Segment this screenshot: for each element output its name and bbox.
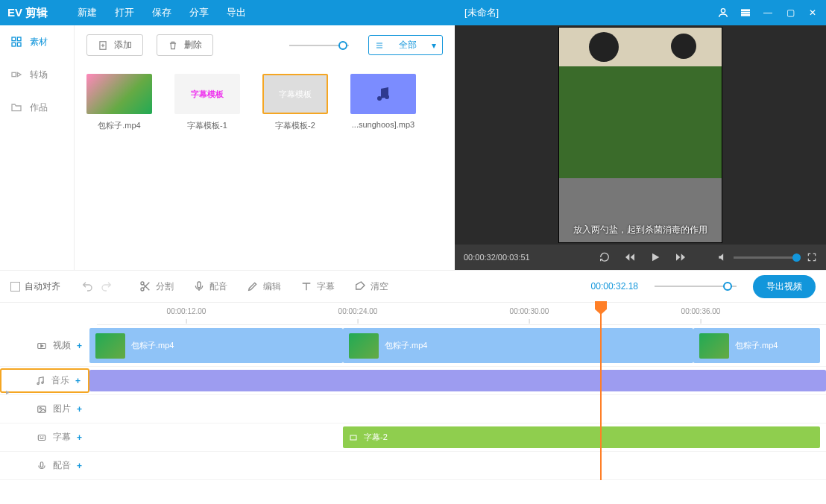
nav-assets[interactable]: 素材 bbox=[0, 25, 74, 58]
video-clip[interactable]: 包粽子.mp4 bbox=[343, 328, 693, 363]
svg-rect-20 bbox=[38, 435, 45, 440]
nav-transition[interactable]: 转场 bbox=[0, 58, 74, 91]
clear-tool[interactable]: 清空 bbox=[348, 280, 394, 293]
asset-item[interactable]: 字幕模板字幕模板-2 bbox=[262, 74, 328, 131]
preview-panel: 放入两勺盐，起到杀菌消毒的作用 00:00:32/00:03:51 bbox=[455, 25, 826, 270]
asset-label: 字幕模板-1 bbox=[174, 120, 240, 131]
filter-label: 全部 bbox=[399, 39, 417, 51]
video-clip[interactable]: 包粽子.mp4 bbox=[89, 328, 343, 363]
svg-rect-1 bbox=[742, 10, 750, 10]
track-label-music[interactable]: 音乐+ bbox=[0, 368, 89, 393]
main-menu: 新建 打开 保存 分享 导出 bbox=[78, 6, 246, 19]
add-video-track[interactable]: + bbox=[77, 341, 82, 351]
svg-rect-21 bbox=[350, 435, 356, 440]
dub-tool[interactable]: 配音 bbox=[187, 280, 233, 293]
track-label-dub: 配音+ bbox=[0, 459, 89, 472]
close-icon[interactable]: ✕ bbox=[807, 7, 819, 19]
zoom-slider[interactable] bbox=[655, 286, 737, 287]
delete-label: 删除 bbox=[184, 39, 202, 51]
nav-assets-label: 素材 bbox=[30, 36, 48, 48]
timeline-toolbar: 自动对齐 分割 配音 编辑 字幕 清空 00:00:32.18 导出视频 bbox=[0, 270, 826, 303]
svg-point-10 bbox=[377, 96, 382, 101]
play-icon[interactable] bbox=[649, 251, 661, 263]
forward-icon[interactable] bbox=[675, 251, 687, 263]
preview-stage[interactable]: 放入两勺盐，起到杀菌消毒的作用 bbox=[455, 25, 826, 245]
side-nav: 素材 转场 作品 bbox=[0, 25, 75, 270]
timecode-display: 00:00:32.18 bbox=[591, 281, 638, 292]
subtitle-clip[interactable]: 字幕-2 bbox=[343, 426, 820, 448]
asset-item[interactable]: 包粽子.mp4 bbox=[86, 74, 152, 131]
menu-open[interactable]: 打开 bbox=[115, 6, 134, 19]
preview-video: 放入两勺盐，起到杀菌消毒的作用 bbox=[558, 27, 722, 243]
preview-time: 00:00:32/00:03:51 bbox=[464, 253, 530, 262]
add-music-track[interactable]: + bbox=[75, 376, 81, 386]
nav-transition-label: 转场 bbox=[30, 69, 48, 81]
broom-icon bbox=[354, 280, 366, 292]
edit-tool[interactable]: 编辑 bbox=[241, 280, 287, 293]
add-icon bbox=[98, 40, 108, 51]
menu-new[interactable]: 新建 bbox=[78, 6, 97, 19]
list-icon bbox=[375, 41, 384, 50]
rewind-icon[interactable] bbox=[624, 251, 636, 263]
export-video-button[interactable]: 导出视频 bbox=[753, 275, 816, 298]
preview-controls: 00:00:32/00:03:51 bbox=[455, 245, 826, 270]
asset-thumbs: 包粽子.mp4 字幕模板字幕模板-1 字幕模板字幕模板-2 ...sunghoo… bbox=[86, 74, 443, 131]
asset-label: 字幕模板-2 bbox=[262, 120, 328, 131]
dub-track: 配音+ bbox=[0, 452, 826, 480]
mic-icon bbox=[37, 461, 47, 471]
playhead[interactable] bbox=[600, 303, 602, 480]
volume-control[interactable] bbox=[717, 252, 817, 262]
svg-point-17 bbox=[42, 382, 43, 383]
settings-icon[interactable] bbox=[740, 7, 751, 19]
timeline: 00:00:12.00 00:00:24.00 00:00:30.00 00:0… bbox=[0, 303, 826, 480]
music-clip[interactable] bbox=[89, 370, 826, 391]
subtitle-tool[interactable]: 字幕 bbox=[294, 280, 341, 293]
thumb-size-slider[interactable] bbox=[289, 45, 349, 46]
loop-icon[interactable] bbox=[599, 251, 611, 263]
delete-button[interactable]: 删除 bbox=[157, 34, 213, 56]
fullscreen-icon[interactable] bbox=[807, 252, 817, 262]
auto-align-checkbox[interactable]: 自动对齐 bbox=[10, 280, 60, 293]
minimize-icon[interactable]: — bbox=[762, 7, 774, 19]
add-dub-track[interactable]: + bbox=[77, 461, 82, 471]
track-label-image: 图片+ bbox=[0, 403, 89, 415]
svg-point-13 bbox=[141, 288, 144, 291]
volume-icon bbox=[717, 252, 728, 262]
redo-icon[interactable] bbox=[101, 280, 113, 292]
app-logo: EV 剪辑 bbox=[7, 6, 48, 20]
menu-share[interactable]: 分享 bbox=[189, 6, 209, 19]
time-ruler[interactable]: 00:00:12.00 00:00:24.00 00:00:30.00 00:0… bbox=[97, 303, 826, 325]
svg-rect-18 bbox=[38, 406, 46, 412]
asset-item[interactable]: 字幕模板字幕模板-1 bbox=[174, 74, 240, 131]
svg-point-19 bbox=[40, 407, 41, 409]
svg-rect-3 bbox=[742, 15, 750, 16]
asset-label: 包粽子.mp4 bbox=[86, 120, 152, 131]
video-clip[interactable]: 包粽子.mp4 bbox=[693, 328, 820, 363]
nav-works[interactable]: 作品 bbox=[0, 91, 74, 124]
add-subtitle-track[interactable]: + bbox=[77, 432, 82, 443]
svg-rect-2 bbox=[742, 12, 750, 13]
undo-icon[interactable] bbox=[81, 280, 93, 292]
svg-rect-8 bbox=[12, 72, 16, 76]
menu-save[interactable]: 保存 bbox=[152, 6, 171, 19]
assets-toolbar: 添加 删除 全部 ▾ bbox=[86, 34, 443, 56]
preview-caption: 放入两勺盐，起到杀菌消毒的作用 bbox=[559, 224, 722, 236]
add-image-track[interactable]: + bbox=[77, 404, 82, 415]
undo-redo bbox=[81, 280, 113, 292]
ruler-tick: 00:00:36.00 bbox=[681, 307, 721, 315]
filter-dropdown[interactable]: 全部 ▾ bbox=[368, 35, 443, 55]
nav-works-label: 作品 bbox=[30, 101, 48, 114]
folder-icon bbox=[10, 101, 22, 113]
document-title: [未命名] bbox=[246, 6, 717, 19]
add-button[interactable]: 添加 bbox=[86, 34, 143, 56]
svg-point-11 bbox=[385, 95, 389, 99]
asset-item[interactable]: ...sunghoos].mp3 bbox=[350, 74, 416, 131]
menu-export[interactable]: 导出 bbox=[227, 6, 246, 19]
maximize-icon[interactable]: ▢ bbox=[784, 7, 796, 19]
split-tool[interactable]: 分割 bbox=[133, 280, 180, 293]
svg-rect-5 bbox=[17, 37, 21, 41]
user-icon[interactable] bbox=[717, 7, 729, 19]
track-label-video: 视频+ bbox=[0, 339, 89, 352]
music-note-icon bbox=[374, 85, 392, 103]
expand-icon[interactable]: ▸ bbox=[6, 388, 10, 396]
